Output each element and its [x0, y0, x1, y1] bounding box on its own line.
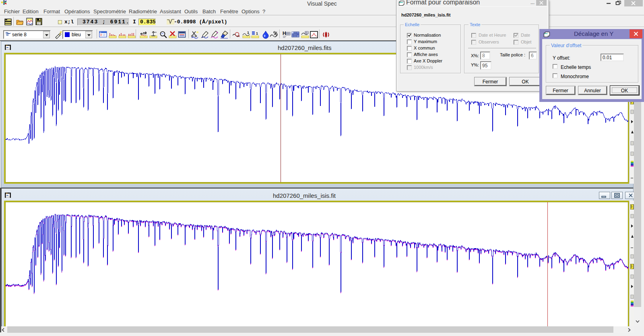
- svg-text:H: H: [283, 31, 286, 36]
- svg-text:1: 1: [247, 31, 249, 35]
- svg-text:1: 1: [256, 31, 258, 35]
